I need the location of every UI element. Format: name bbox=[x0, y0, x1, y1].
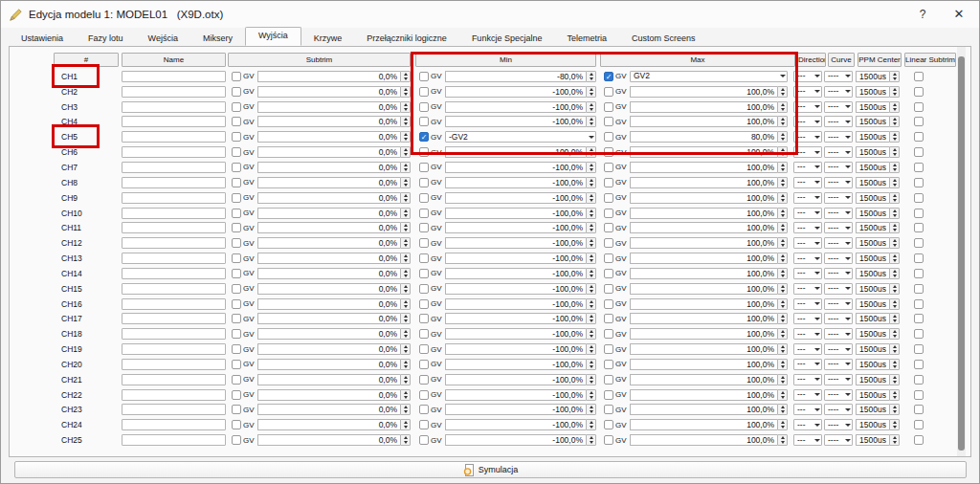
curve-combobox[interactable]: ---- bbox=[824, 222, 853, 233]
curve-combobox[interactable]: ---- bbox=[824, 389, 853, 401]
spinner-buttons[interactable] bbox=[586, 71, 596, 82]
subtrim-spinbox[interactable]: 0,0% bbox=[257, 192, 411, 204]
subtrim-spinbox[interactable]: 0,0% bbox=[257, 283, 411, 295]
max-gv-checkbox[interactable] bbox=[604, 209, 613, 218]
subtrim-spinbox-value[interactable]: 0,0% bbox=[257, 86, 400, 98]
subtrim-spinbox[interactable]: 0,0% bbox=[257, 419, 411, 430]
ppm-center-spinbox-value[interactable]: 1500us bbox=[856, 328, 889, 340]
curve-combobox[interactable]: ---- bbox=[824, 298, 853, 310]
curve-combobox[interactable]: ---- bbox=[824, 71, 853, 82]
max-spinbox[interactable]: 100,0% bbox=[630, 253, 788, 264]
min-spinbox-value[interactable]: -100,0% bbox=[445, 374, 586, 385]
subtrim-gv-checkbox[interactable] bbox=[232, 238, 241, 248]
spinner-buttons[interactable] bbox=[400, 298, 411, 310]
spin-down-icon[interactable] bbox=[890, 274, 899, 278]
direction-combobox[interactable]: --- bbox=[793, 253, 822, 264]
max-spinbox[interactable]: 100,0% bbox=[630, 208, 788, 219]
spinner-buttons[interactable] bbox=[586, 268, 596, 279]
min-gv-checkbox[interactable] bbox=[419, 284, 429, 294]
spin-down-icon[interactable] bbox=[587, 334, 595, 339]
subtrim-spinbox-value[interactable]: 0,0% bbox=[257, 313, 400, 324]
spinner-buttons[interactable] bbox=[889, 177, 900, 188]
subtrim-spinbox[interactable]: 0,0% bbox=[257, 313, 411, 324]
spin-down-icon[interactable] bbox=[587, 228, 595, 232]
subtrim-spinbox-value[interactable]: 0,0% bbox=[257, 208, 400, 219]
subtrim-gv-checkbox[interactable] bbox=[232, 314, 241, 323]
spinner-buttons[interactable] bbox=[400, 313, 411, 324]
min-spinbox[interactable]: -100,0% bbox=[445, 253, 596, 264]
spinner-buttons[interactable] bbox=[889, 71, 900, 82]
subtrim-spinbox[interactable]: 0,0% bbox=[257, 298, 411, 310]
max-spinbox[interactable]: 100,0% bbox=[630, 116, 788, 127]
subtrim-spinbox-value[interactable]: 0,0% bbox=[257, 374, 400, 385]
subtrim-spinbox[interactable]: 0,0% bbox=[257, 237, 411, 249]
spinner-buttons[interactable] bbox=[889, 343, 900, 355]
curve-combobox[interactable]: ---- bbox=[824, 131, 853, 143]
subtrim-spinbox[interactable]: 0,0% bbox=[257, 359, 411, 370]
max-spinbox-value[interactable]: 100,0% bbox=[630, 192, 777, 204]
min-spinbox[interactable]: -100,0% bbox=[445, 419, 596, 430]
ppm-center-spinbox[interactable]: 1500us bbox=[856, 283, 900, 295]
subtrim-spinbox[interactable]: 0,0% bbox=[257, 389, 411, 401]
spinner-buttons[interactable] bbox=[586, 404, 596, 415]
linear-subtrim-checkbox[interactable] bbox=[914, 178, 924, 187]
subtrim-spinbox-value[interactable]: 0,0% bbox=[257, 268, 400, 279]
linear-subtrim-checkbox[interactable] bbox=[914, 132, 924, 142]
spin-down-icon[interactable] bbox=[778, 243, 787, 248]
linear-subtrim-checkbox[interactable] bbox=[914, 117, 924, 126]
min-spinbox[interactable]: -100,0% bbox=[445, 162, 596, 173]
ppm-center-spinbox[interactable]: 1500us bbox=[856, 404, 900, 415]
subtrim-gv-checkbox[interactable] bbox=[232, 299, 241, 309]
spinner-buttons[interactable] bbox=[777, 389, 788, 401]
min-spinbox-value[interactable]: -100,0% bbox=[445, 313, 586, 324]
linear-subtrim-checkbox[interactable] bbox=[914, 435, 924, 445]
spinner-buttons[interactable] bbox=[777, 359, 788, 370]
spin-down-icon[interactable] bbox=[401, 440, 410, 445]
name-input[interactable] bbox=[122, 359, 226, 370]
subtrim-spinbox[interactable]: 0,0% bbox=[257, 404, 411, 415]
name-input[interactable] bbox=[122, 177, 226, 188]
ppm-center-spinbox-value[interactable]: 1500us bbox=[856, 208, 889, 219]
spinner-buttons[interactable] bbox=[400, 116, 411, 127]
name-input[interactable] bbox=[122, 146, 226, 158]
ppm-center-spinbox-value[interactable]: 1500us bbox=[856, 222, 889, 233]
direction-combobox[interactable]: --- bbox=[793, 268, 822, 279]
subtrim-spinbox-value[interactable]: 0,0% bbox=[257, 298, 400, 310]
min-spinbox-value[interactable]: -100,0% bbox=[445, 86, 586, 98]
min-gv-checkbox[interactable] bbox=[419, 375, 429, 385]
subtrim-gv-checkbox[interactable] bbox=[232, 435, 241, 445]
max-gv-checkbox[interactable] bbox=[604, 329, 613, 339]
curve-combobox[interactable]: ---- bbox=[824, 177, 853, 188]
ppm-center-spinbox[interactable]: 1500us bbox=[856, 419, 900, 430]
spinner-buttons[interactable] bbox=[889, 298, 900, 310]
spin-down-icon[interactable] bbox=[778, 425, 787, 429]
linear-subtrim-checkbox[interactable] bbox=[914, 405, 924, 414]
spinner-buttons[interactable] bbox=[777, 404, 788, 415]
subtrim-gv-checkbox[interactable] bbox=[232, 209, 241, 218]
spinner-buttons[interactable] bbox=[777, 146, 788, 158]
max-spinbox[interactable]: 100,0% bbox=[630, 86, 788, 98]
direction-combobox[interactable]: --- bbox=[793, 328, 822, 340]
spinner-buttons[interactable] bbox=[400, 71, 411, 82]
ppm-center-spinbox-value[interactable]: 1500us bbox=[856, 268, 889, 279]
curve-combobox[interactable]: ---- bbox=[824, 86, 853, 98]
min-gv-checkbox[interactable] bbox=[419, 405, 429, 414]
min-spinbox[interactable]: -100,0% bbox=[445, 298, 596, 310]
spin-down-icon[interactable] bbox=[401, 319, 410, 323]
min-gv-checkbox[interactable] bbox=[419, 178, 429, 187]
min-gv-checkbox[interactable] bbox=[419, 193, 429, 203]
max-gv-checkbox[interactable] bbox=[604, 435, 613, 445]
max-gv-checkbox[interactable] bbox=[604, 223, 613, 232]
spin-down-icon[interactable] bbox=[778, 121, 787, 126]
spin-down-icon[interactable] bbox=[778, 137, 787, 142]
max-spinbox[interactable]: 100,0% bbox=[630, 419, 788, 430]
subtrim-spinbox-value[interactable]: 0,0% bbox=[257, 71, 400, 82]
min-spinbox[interactable]: -100,0% bbox=[445, 208, 596, 219]
tab-krzywe[interactable]: Krzywe bbox=[301, 31, 355, 46]
curve-combobox[interactable]: ---- bbox=[824, 283, 853, 295]
min-spinbox[interactable]: -100,0% bbox=[445, 374, 596, 385]
spinner-buttons[interactable] bbox=[777, 131, 788, 143]
spin-down-icon[interactable] bbox=[890, 304, 899, 309]
direction-combobox[interactable]: --- bbox=[793, 313, 822, 324]
spin-down-icon[interactable] bbox=[890, 289, 899, 294]
